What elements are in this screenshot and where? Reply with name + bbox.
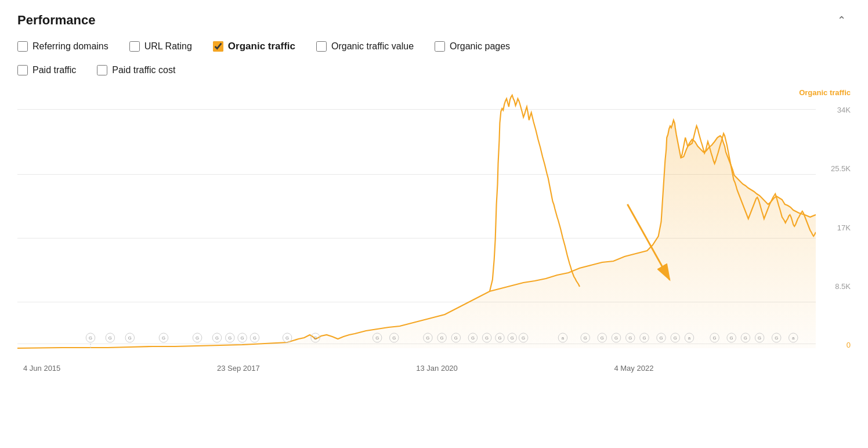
svg-text:G: G bbox=[314, 335, 317, 341]
x-label-1: 4 Jun 2015 bbox=[23, 364, 60, 373]
svg-text:G: G bbox=[215, 335, 219, 341]
svg-text:G: G bbox=[713, 335, 717, 341]
svg-text:G: G bbox=[744, 335, 747, 341]
svg-text:G: G bbox=[730, 335, 733, 341]
x-label-4: 4 May 2022 bbox=[614, 364, 653, 373]
svg-text:G: G bbox=[614, 335, 618, 341]
checkbox-organic-traffic-value-label: Organic traffic value bbox=[331, 41, 414, 52]
collapse-button[interactable]: ⌃ bbox=[833, 12, 851, 29]
svg-text:G: G bbox=[628, 335, 632, 341]
svg-text:G: G bbox=[228, 335, 232, 341]
svg-text:G: G bbox=[522, 335, 525, 341]
svg-text:a: a bbox=[562, 335, 565, 341]
checkbox-paid-traffic[interactable]: Paid traffic bbox=[17, 65, 76, 75]
y-label-17k: 17K bbox=[837, 223, 851, 232]
svg-text:G: G bbox=[89, 335, 92, 341]
svg-text:G: G bbox=[162, 335, 165, 341]
y-label-0: 0 bbox=[847, 341, 851, 349]
svg-text:G: G bbox=[498, 335, 501, 341]
svg-text:G: G bbox=[392, 335, 396, 341]
checkbox-organic-traffic-input[interactable] bbox=[213, 41, 223, 52]
svg-text:G: G bbox=[375, 335, 379, 341]
svg-text:G: G bbox=[128, 335, 132, 341]
y-label-255k: 25.5K bbox=[831, 164, 851, 173]
svg-text:G: G bbox=[108, 335, 112, 341]
svg-text:G: G bbox=[485, 335, 489, 341]
svg-text:G: G bbox=[775, 335, 778, 341]
svg-text:G: G bbox=[454, 335, 458, 341]
chart-fill-area bbox=[17, 120, 816, 348]
svg-text:a: a bbox=[792, 335, 795, 341]
svg-text:G: G bbox=[440, 335, 444, 341]
checkbox-url-rating-input[interactable] bbox=[129, 41, 140, 52]
svg-text:G: G bbox=[601, 335, 604, 341]
checkbox-paid-traffic-cost-label: Paid traffic cost bbox=[112, 65, 175, 75]
svg-text:G: G bbox=[426, 335, 429, 341]
svg-text:G: G bbox=[674, 335, 677, 341]
svg-text:a: a bbox=[688, 335, 691, 341]
y-axis-labels: 34K 25.5K 17K 8.5K 0 bbox=[817, 88, 851, 349]
svg-text:G: G bbox=[471, 335, 475, 341]
y-label-34k: 34K bbox=[837, 106, 851, 114]
checkbox-organic-traffic-value-input[interactable] bbox=[316, 41, 327, 52]
svg-text:G: G bbox=[660, 335, 663, 341]
checkbox-referring-domains[interactable]: Referring domains bbox=[17, 41, 108, 52]
svg-text:G: G bbox=[642, 335, 646, 341]
chart-svg-wrapper: G G G G G G G G G G G bbox=[17, 88, 816, 349]
checkbox-organic-pages-label: Organic pages bbox=[450, 41, 510, 52]
checkbox-referring-domains-input[interactable] bbox=[17, 41, 28, 52]
x-axis: 4 Jun 2015 23 Sep 2017 13 Jan 2020 4 May… bbox=[17, 364, 816, 373]
chart-svg: G G G G G G G G G G G bbox=[17, 88, 816, 349]
checkbox-url-rating[interactable]: URL Rating bbox=[129, 41, 192, 52]
checkbox-organic-traffic[interactable]: Organic traffic bbox=[213, 41, 295, 52]
checkbox-row-1: Referring domains URL Rating Organic tra… bbox=[17, 41, 851, 58]
checkbox-paid-traffic-cost[interactable]: Paid traffic cost bbox=[97, 65, 175, 75]
checkbox-organic-pages-input[interactable] bbox=[435, 41, 445, 52]
performance-chart: Organic traffic 34K 25.5K 17K 8.5K 0 bbox=[17, 88, 851, 373]
checkbox-paid-traffic-input[interactable] bbox=[17, 65, 28, 75]
checkbox-organic-traffic-label: Organic traffic bbox=[228, 41, 295, 52]
checkbox-referring-domains-label: Referring domains bbox=[32, 41, 108, 52]
section-header: Performance ⌃ bbox=[17, 12, 851, 29]
checkbox-paid-traffic-cost-input[interactable] bbox=[97, 65, 107, 75]
checkbox-url-rating-label: URL Rating bbox=[144, 41, 192, 52]
svg-text:G: G bbox=[758, 335, 761, 341]
chart-line-peak bbox=[490, 95, 580, 291]
checkbox-organic-traffic-value[interactable]: Organic traffic value bbox=[316, 41, 414, 52]
checkbox-paid-traffic-label: Paid traffic bbox=[32, 65, 76, 75]
svg-text:G: G bbox=[241, 335, 244, 341]
y-label-85k: 8.5K bbox=[835, 282, 851, 291]
page-title: Performance bbox=[17, 13, 96, 28]
svg-text:G: G bbox=[584, 335, 587, 341]
checkbox-organic-pages[interactable]: Organic pages bbox=[435, 41, 510, 52]
checkbox-row-2: Paid traffic Paid traffic cost bbox=[17, 65, 851, 81]
svg-text:G: G bbox=[253, 335, 256, 341]
x-label-2: 23 Sep 2017 bbox=[217, 364, 260, 373]
x-label-3: 13 Jan 2020 bbox=[416, 364, 458, 373]
svg-text:G: G bbox=[196, 335, 199, 341]
svg-text:G: G bbox=[285, 335, 289, 341]
svg-text:G: G bbox=[511, 335, 514, 341]
